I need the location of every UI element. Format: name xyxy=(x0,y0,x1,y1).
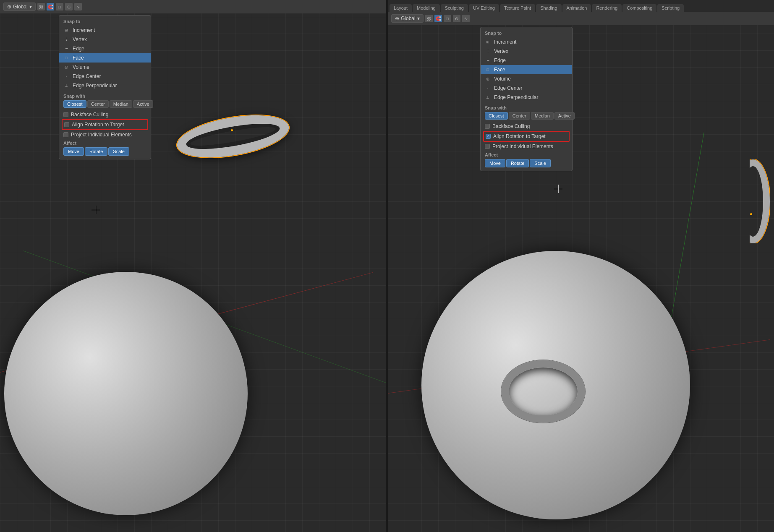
affect-move-btn[interactable]: Move xyxy=(63,147,84,156)
face-label: Face xyxy=(73,55,84,61)
tab-rendering[interactable]: Rendering xyxy=(592,4,622,12)
right-edge-label: Edge xyxy=(494,57,506,63)
right-affect-rotate-btn[interactable]: Rotate xyxy=(506,159,529,167)
transform-orientation-btn[interactable]: ⊕ Global ▾ xyxy=(3,3,36,11)
right-link-icon[interactable]: ⛓ xyxy=(425,15,433,22)
right-volume-label: Volume xyxy=(494,76,511,82)
tab-layout[interactable]: Layout xyxy=(390,4,412,12)
snap-edge-perp-item[interactable]: ⊥ Edge Perpendicular xyxy=(59,81,151,90)
tab-animation[interactable]: Animation xyxy=(562,4,591,12)
affect-label: Affect xyxy=(63,139,146,147)
right-increment-icon: ⊞ xyxy=(485,39,491,45)
sphere-object xyxy=(4,272,248,515)
right-edge-icon: ━ xyxy=(485,57,491,63)
snap-center-btn[interactable]: Center xyxy=(87,100,109,108)
project-individual-row[interactable]: Project Individual Elements xyxy=(63,130,146,139)
snap-active-btn[interactable]: Active xyxy=(133,100,153,108)
edge-perp-label: Edge Perpendicular xyxy=(73,83,117,89)
edge-center-label: Edge Center xyxy=(73,73,101,79)
right-increment-label: Increment xyxy=(494,39,516,45)
right-affect-move-btn[interactable]: Move xyxy=(485,159,505,167)
right-edge-perp-label: Edge Perpendicular xyxy=(494,94,538,100)
right-snap-median-btn[interactable]: Median xyxy=(531,112,554,120)
right-project-individual-checkbox[interactable] xyxy=(485,144,490,149)
snap-median-btn[interactable]: Median xyxy=(110,100,132,108)
tab-scripting[interactable]: Scripting xyxy=(657,4,684,12)
right-edge-perp-icon: ⊥ xyxy=(485,94,491,100)
backface-culling-row[interactable]: Backface Culling xyxy=(63,110,146,119)
snap-edge-center-item[interactable]: · Edge Center xyxy=(59,72,151,81)
proportional-edit-icon[interactable]: ⊙ xyxy=(65,3,73,10)
origin-crosshair xyxy=(92,206,100,214)
right-snap-active-btn[interactable]: Active xyxy=(554,112,575,120)
right-affect-scale-btn[interactable]: Scale xyxy=(530,159,551,167)
right-backface-culling-checkbox[interactable] xyxy=(485,124,490,129)
right-viewport[interactable]: Layout Modeling Sculpting UV Editing Tex… xyxy=(388,0,774,532)
right-snap-edge-center[interactable]: · Edge Center xyxy=(481,83,572,93)
right-align-rotation-row[interactable]: ✓ Align Rotation to Target xyxy=(486,132,567,141)
right-global-icon: ⊕ xyxy=(395,16,399,21)
tab-uv-editing[interactable]: UV Editing xyxy=(469,4,499,12)
right-snap-options-icon[interactable]: □ xyxy=(444,15,451,22)
volume-label: Volume xyxy=(73,64,89,70)
snap-face-item[interactable]: □ Face xyxy=(59,53,151,63)
right-align-rotation-checkbox[interactable]: ✓ xyxy=(486,134,491,139)
affect-rotate-btn[interactable]: Rotate xyxy=(85,147,107,156)
right-snap-edge-perp[interactable]: ⊥ Edge Perpendicular xyxy=(481,93,572,102)
tab-modeling[interactable]: Modeling xyxy=(413,4,440,12)
snap-edge-item[interactable]: ━ Edge xyxy=(59,44,151,53)
proportional-falloff-icon[interactable]: ∿ xyxy=(74,3,82,10)
tab-texture-paint[interactable]: Texture Paint xyxy=(500,4,535,12)
right-torus-origin-dot xyxy=(750,213,752,215)
right-snap-volume[interactable]: ◎ Volume xyxy=(481,74,572,83)
align-rotation-row[interactable]: Align Rotation to Target xyxy=(64,120,146,129)
right-proportional-icon[interactable]: ⊙ xyxy=(453,15,460,22)
right-snap-face[interactable]: □ Face xyxy=(481,65,572,74)
snap-volume-item[interactable]: ◎ Volume xyxy=(59,63,151,72)
tab-compositing[interactable]: Compositing xyxy=(622,4,656,12)
snap-closest-btn[interactable]: Closest xyxy=(63,100,86,108)
align-rotation-highlight: Align Rotation to Target xyxy=(62,119,148,130)
right-snap-edge[interactable]: ━ Edge xyxy=(481,56,572,65)
right-snap-icon[interactable]: 🧲 xyxy=(434,15,442,22)
right-affect-buttons: Move Rotate Scale xyxy=(485,159,568,167)
edge-perp-icon: ⊥ xyxy=(63,83,69,89)
align-rotation-checkbox[interactable] xyxy=(64,122,69,127)
snap-with-section: Snap with Closest Center Median Active B… xyxy=(59,90,151,157)
left-snap-panel: Snap to ⊞ Increment ⋮ Vertex ━ Edge □ Fa… xyxy=(59,15,151,159)
right-volume-icon: ◎ xyxy=(485,76,491,82)
snap-options-icon[interactable]: □ xyxy=(56,3,63,10)
right-transform-btn[interactable]: ⊕ Global ▾ xyxy=(391,14,424,23)
right-snap-vertex[interactable]: ⋮ Vertex xyxy=(481,47,572,56)
right-snap-center-btn[interactable]: Center xyxy=(509,112,530,120)
right-project-individual-row[interactable]: Project Individual Elements xyxy=(485,142,568,151)
link-icon[interactable]: ⛓ xyxy=(37,3,45,10)
snap-magnet-icon[interactable]: 🧲 xyxy=(47,3,54,10)
snap-with-buttons: Closest Center Median Active xyxy=(63,100,146,108)
increment-label: Increment xyxy=(73,27,95,33)
tab-bar: Layout Modeling Sculpting UV Editing Tex… xyxy=(388,0,774,12)
right-snap-with-section: Snap with Closest Center Median Active B… xyxy=(481,102,572,169)
tab-shading[interactable]: Shading xyxy=(536,4,561,12)
right-snap-increment[interactable]: ⊞ Increment xyxy=(481,37,572,47)
tab-sculpting[interactable]: Sculpting xyxy=(441,4,468,12)
affect-scale-btn[interactable]: Scale xyxy=(108,147,129,156)
project-individual-checkbox[interactable] xyxy=(63,132,68,137)
backface-culling-checkbox[interactable] xyxy=(63,112,68,117)
right-backface-culling-row[interactable]: Backface Culling xyxy=(485,122,568,130)
edge-center-icon: · xyxy=(63,73,69,79)
increment-icon: ⊞ xyxy=(63,27,69,33)
right-face-icon: □ xyxy=(485,67,491,73)
project-individual-label: Project Individual Elements xyxy=(71,132,132,138)
embedded-torus-container xyxy=(501,360,585,423)
left-viewport[interactable]: ⊕ Global ▾ ⛓ 🧲 □ ⊙ ∿ Snap to ⊞ Increment… xyxy=(0,0,386,532)
vertex-label: Vertex xyxy=(73,37,87,42)
right-proportional-falloff-icon[interactable]: ∿ xyxy=(462,15,470,22)
right-edge-center-icon: · xyxy=(485,85,491,91)
right-snap-closest-btn[interactable]: Closest xyxy=(485,112,508,120)
snap-with-label: Snap with xyxy=(63,92,146,100)
face-icon: □ xyxy=(63,55,69,61)
right-toolbar: ⊕ Global ▾ ⛓ 🧲 □ ⊙ ∿ xyxy=(388,12,774,25)
snap-vertex-item[interactable]: ⋮ Vertex xyxy=(59,35,151,44)
snap-increment-item[interactable]: ⊞ Increment xyxy=(59,26,151,35)
